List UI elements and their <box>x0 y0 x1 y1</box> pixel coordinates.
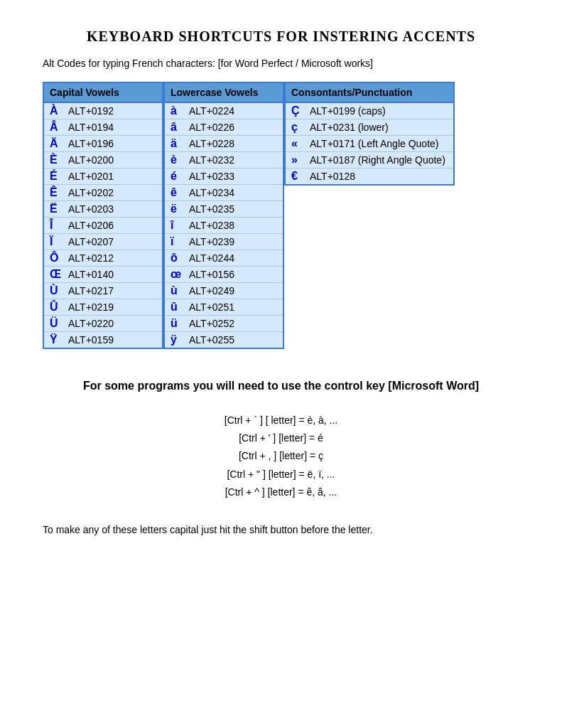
char: È <box>50 154 68 166</box>
char: ÿ <box>171 333 189 346</box>
char: à <box>171 105 189 117</box>
table-row: êALT+0234 <box>165 185 283 201</box>
table-row: ùALT+0249 <box>165 283 283 299</box>
char: € <box>291 170 310 183</box>
char: Â <box>50 121 68 134</box>
char: Ï <box>50 235 68 248</box>
code: ALT+0235 <box>189 203 234 215</box>
char: ô <box>171 252 189 264</box>
table-row: ÂALT+0194 <box>44 119 162 136</box>
code: ALT+0233 <box>189 171 234 182</box>
char: œ <box>171 268 189 281</box>
table-row: ËALT+0203 <box>44 201 162 218</box>
char: è <box>171 154 189 166</box>
char: À <box>50 105 68 117</box>
code: ALT+0226 <box>189 122 234 133</box>
code: ALT+0159 <box>68 334 114 346</box>
capital-vowels-col: Capital Vowels ÀALT+0192ÂALT+0194ÄALT+01… <box>43 82 163 349</box>
char: ë <box>171 203 189 215</box>
shortcut-line: [Ctrl + ` ] [ letter] = è, à, ... <box>43 412 519 429</box>
code: ALT+0244 <box>189 252 234 264</box>
code: ALT+0199 (caps) <box>310 105 386 117</box>
code: ALT+0171 (Left Angle Quote) <box>310 138 438 149</box>
char: Ä <box>50 137 68 150</box>
table-row: ïALT+0239 <box>165 234 283 250</box>
code: ALT+0201 <box>68 171 114 182</box>
char: Ç <box>291 105 310 117</box>
shortcut-line: [Ctrl + " ] [letter] = ë, ï, ... <box>43 466 519 483</box>
code: ALT+0255 <box>189 334 234 346</box>
code: ALT+0128 <box>310 171 355 182</box>
code: ALT+0224 <box>189 105 234 117</box>
table-row: ÄALT+0196 <box>44 136 162 152</box>
table-row: ÈALT+0200 <box>44 152 162 168</box>
char: ê <box>171 186 189 199</box>
shortcut-line: [Ctrl + ^ ] [letter] = ê, â, ... <box>43 483 519 501</box>
code: ALT+0196 <box>68 138 114 149</box>
char: Ù <box>50 284 68 297</box>
char: î <box>171 219 189 232</box>
table-row: ôALT+0244 <box>165 250 283 267</box>
table-row: ÊALT+0202 <box>44 185 162 201</box>
code: ALT+0228 <box>189 138 234 149</box>
char: Ê <box>50 186 68 199</box>
code: ALT+0187 (Right Angle Quote) <box>310 154 445 166</box>
char: Ô <box>50 252 68 264</box>
code: ALT+0239 <box>189 236 234 247</box>
table-row: âALT+0226 <box>165 119 283 136</box>
char: Ü <box>50 317 68 330</box>
char: » <box>291 154 310 166</box>
code: ALT+0207 <box>68 236 114 247</box>
page-title: KEYBOARD SHORTCUTS FOR INSTERING ACCENTS <box>43 28 519 45</box>
table-row: ŒALT+0140 <box>44 267 162 283</box>
char: ï <box>171 235 189 248</box>
table-row: ÇALT+0199 (caps) <box>286 103 453 119</box>
code: ALT+0251 <box>189 301 234 313</box>
table-row: »ALT+0187 (Right Angle Quote) <box>286 152 453 168</box>
code: ALT+0252 <box>189 318 234 329</box>
char: Œ <box>50 268 68 281</box>
char: é <box>171 170 189 183</box>
char: Ÿ <box>50 333 68 346</box>
table-row: œALT+0156 <box>165 267 283 283</box>
consonants-rows: ÇALT+0199 (caps)çALT+0231 (lower)«ALT+01… <box>286 103 453 184</box>
table-row: äALT+0228 <box>165 136 283 152</box>
char: Û <box>50 301 68 314</box>
table-row: éALT+0233 <box>165 168 283 185</box>
table-row: ÀALT+0192 <box>44 103 162 119</box>
char: Ë <box>50 203 68 215</box>
lowercase-vowels-header: Lowercase Vowels <box>165 83 283 103</box>
code: ALT+0200 <box>68 154 114 166</box>
middle-section: For some programs you will need to use t… <box>43 378 519 395</box>
shortcuts-section: [Ctrl + ` ] [ letter] = è, à, ...[Ctrl +… <box>43 412 519 501</box>
table-row: àALT+0224 <box>165 103 283 119</box>
code: ALT+0238 <box>189 220 234 231</box>
table-row: èALT+0232 <box>165 152 283 168</box>
table-row: ÿALT+0255 <box>165 332 283 348</box>
code: ALT+0202 <box>68 187 114 198</box>
table-row: €ALT+0128 <box>286 168 453 184</box>
table-row: «ALT+0171 (Left Angle Quote) <box>286 136 453 152</box>
code: ALT+0220 <box>68 318 114 329</box>
table-row: üALT+0252 <box>165 316 283 332</box>
char: ù <box>171 284 189 297</box>
table-row: ëALT+0235 <box>165 201 283 218</box>
lowercase-vowels-col: Lowercase Vowels àALT+0224âALT+0226äALT+… <box>163 82 284 349</box>
char: â <box>171 121 189 134</box>
char: û <box>171 301 189 314</box>
table-row: ÎALT+0206 <box>44 218 162 234</box>
lowercase-vowels-rows: àALT+0224âALT+0226äALT+0228èALT+0232éALT… <box>165 103 283 348</box>
table-row: ÏALT+0207 <box>44 234 162 250</box>
code: ALT+0234 <box>189 187 234 198</box>
code: ALT+0219 <box>68 301 114 313</box>
consonants-col: Consontants/Punctuation ÇALT+0199 (caps)… <box>284 82 455 186</box>
subtitle: Alt Codes for typing French characters: … <box>43 58 519 69</box>
char: É <box>50 170 68 183</box>
footer-note: To make any of these letters capital jus… <box>43 523 519 537</box>
table-row: ÔALT+0212 <box>44 250 162 267</box>
char: ç <box>291 121 310 134</box>
table-row: ÛALT+0219 <box>44 299 162 316</box>
code: ALT+0194 <box>68 122 114 133</box>
capital-vowels-header: Capital Vowels <box>44 83 162 103</box>
table-row: ŸALT+0159 <box>44 332 162 348</box>
